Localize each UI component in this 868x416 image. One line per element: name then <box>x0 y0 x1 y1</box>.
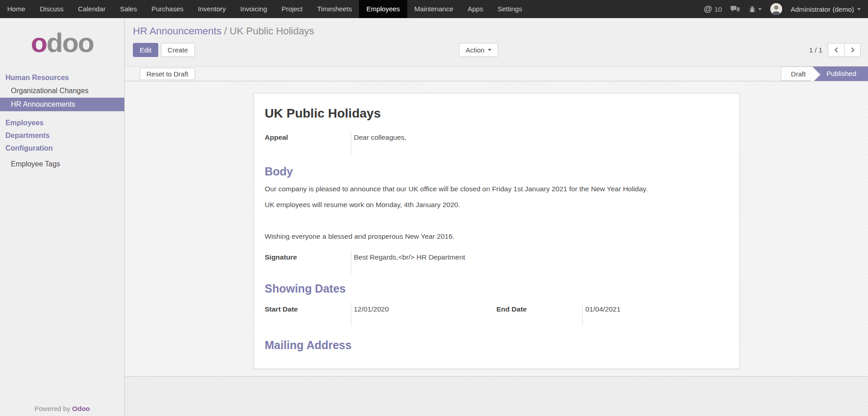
sidebar-heading-employees[interactable]: Employees <box>0 117 124 129</box>
user-avatar[interactable] <box>770 3 782 15</box>
end-date-label: End Date <box>496 303 582 326</box>
breadcrumb: HR Announcements/UK Public Holidays <box>125 18 868 37</box>
signature-field-row: Signature Best Regards,<br/> HR Departme… <box>265 251 728 274</box>
bug-icon <box>749 5 756 13</box>
sidebar-item-hr-announcements[interactable]: HR Announcements <box>0 98 124 111</box>
nav-apps[interactable]: Apps <box>461 0 491 18</box>
breadcrumb-parent-link[interactable]: HR Announcements <box>133 25 222 37</box>
sidebar-heading-human-resources[interactable]: Human Resources <box>0 71 124 84</box>
breadcrumb-separator: / <box>222 25 230 37</box>
dates-field-row: Start Date 12/01/2020 End Date 01/04/202… <box>265 303 728 326</box>
appeal-label: Appeal <box>265 131 351 154</box>
create-button[interactable]: Create <box>161 43 195 57</box>
reset-to-draft-button[interactable]: Reset to Draft <box>140 68 195 80</box>
nav-sales[interactable]: Sales <box>113 0 144 18</box>
nav-discuss[interactable]: Discuss <box>33 0 71 18</box>
sidebar-item-employee-tags[interactable]: Employee Tags <box>0 157 124 171</box>
top-navigation-bar: Home Discuss Calendar Sales Purchases In… <box>0 0 868 18</box>
odoo-logo: odoo <box>0 18 124 71</box>
pager-next-button[interactable] <box>844 43 861 57</box>
status-draft[interactable]: Draft <box>781 66 813 81</box>
nav-settings[interactable]: Settings <box>491 0 529 18</box>
debug-caret-icon <box>758 8 762 10</box>
breadcrumb-current: UK Public Holidays <box>230 25 314 37</box>
body-paragraph: Our company is pleased to announce that … <box>265 184 728 194</box>
odoo-logo-first-letter: o <box>31 28 47 58</box>
mention-count: 10 <box>714 5 722 13</box>
user-menu-caret-icon <box>857 8 861 10</box>
edit-button[interactable]: Edit <box>133 43 158 57</box>
start-date-label: Start Date <box>265 303 351 326</box>
pager-previous-button[interactable] <box>828 43 844 57</box>
nav-home[interactable]: Home <box>0 0 33 18</box>
user-name-label: Administrator (demo) <box>791 5 854 13</box>
sidebar-heading-departments[interactable]: Departments <box>0 129 124 142</box>
form-view-area: UK Public Holidays Appeal Dear colleague… <box>125 81 868 376</box>
start-date-field: Start Date 12/01/2020 <box>265 303 497 326</box>
mailing-address-section-heading: Mailing Address <box>265 339 728 352</box>
bottom-background-area <box>125 376 868 416</box>
nav-employees[interactable]: Employees <box>359 0 407 18</box>
record-pager: 1 / 1 <box>809 43 861 57</box>
statusbar-states: Draft Published <box>781 66 868 81</box>
odoo-logo-rest: doo <box>47 28 94 58</box>
showing-dates-section-heading: Showing Dates <box>265 282 728 295</box>
chevron-left-icon <box>834 47 839 53</box>
signature-label: Signature <box>265 251 351 274</box>
sidebar-item-organizational-changes[interactable]: Organizational Changes <box>0 84 124 98</box>
left-sidebar: odoo Human Resources Organizational Chan… <box>0 18 125 416</box>
form-sheet: UK Public Holidays Appeal Dear colleague… <box>254 93 740 369</box>
body-section-heading: Body <box>265 165 728 178</box>
action-caret-icon <box>488 49 491 51</box>
nav-project[interactable]: Project <box>274 0 310 18</box>
status-published[interactable]: Published <box>813 66 868 81</box>
pager-value[interactable]: 1 / 1 <box>809 46 822 54</box>
form-statusbar: Reset to Draft Draft Published <box>125 66 868 81</box>
main-content: HR Announcements/UK Public Holidays Edit… <box>125 18 868 416</box>
nav-timesheets[interactable]: Timesheets <box>310 0 359 18</box>
appeal-field-row: Appeal Dear colleagues, <box>265 131 728 154</box>
body-paragraph <box>265 216 728 226</box>
control-panel: HR Announcements/UK Public Holidays Edit… <box>125 18 868 66</box>
sidebar-heading-configuration[interactable]: Configuration <box>0 142 124 155</box>
chevron-right-icon <box>850 47 855 53</box>
chat-bubbles-icon <box>731 5 740 13</box>
control-buttons: Edit Create <box>133 43 868 57</box>
debug-menu-button[interactable] <box>749 5 762 13</box>
signature-value: Best Regards,<br/> HR Department <box>351 251 728 274</box>
body-paragraph: UK employees will resume work on Monday,… <box>265 200 728 210</box>
user-menu[interactable]: Administrator (demo) <box>791 5 861 13</box>
mention-at-icon: @ <box>704 4 712 14</box>
nav-purchases[interactable]: Purchases <box>144 0 191 18</box>
messages-button[interactable] <box>731 5 740 13</box>
action-dropdown-button[interactable]: Action <box>459 43 498 57</box>
body-paragraph: Wishing everyone a blessed and prosperou… <box>265 232 728 241</box>
start-date-value: 12/01/2020 <box>351 303 497 326</box>
end-date-value: 01/04/2021 <box>582 303 728 326</box>
end-date-field: End Date 01/04/2021 <box>496 303 728 326</box>
powered-by-text: Powered by <box>34 405 70 412</box>
topbar-right-tools: @ 10 <box>704 0 868 18</box>
nav-inventory[interactable]: Inventory <box>191 0 233 18</box>
nav-calendar[interactable]: Calendar <box>71 0 113 18</box>
nav-maintenance[interactable]: Maintenance <box>407 0 461 18</box>
powered-by-footer: Powered by Odoo <box>0 405 124 412</box>
mentions-counter[interactable]: @ 10 <box>704 4 722 14</box>
avatar-image <box>770 3 782 15</box>
nav-invoicing[interactable]: Invoicing <box>233 0 274 18</box>
appeal-value: Dear colleagues, <box>351 131 728 154</box>
powered-by-odoo-link[interactable]: Odoo <box>72 405 90 412</box>
action-label: Action <box>466 46 485 54</box>
announcement-title: UK Public Holidays <box>265 106 728 121</box>
